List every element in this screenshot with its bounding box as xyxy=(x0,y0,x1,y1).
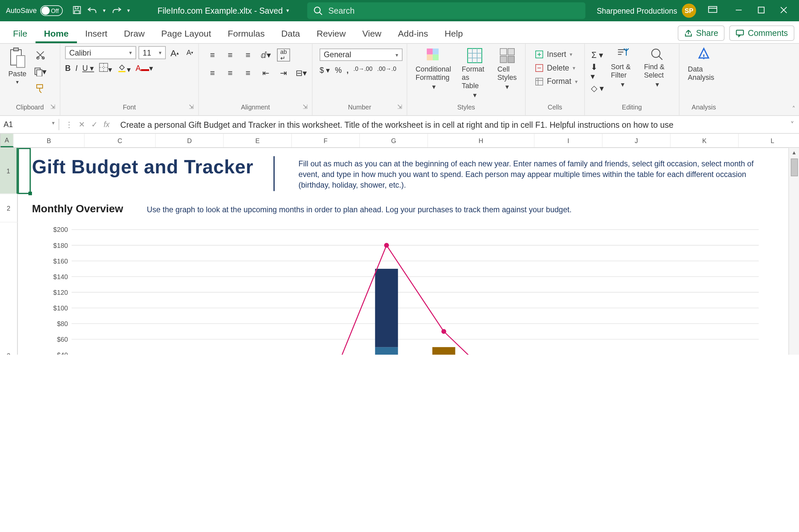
comma-icon[interactable]: , xyxy=(347,65,349,75)
font-color-icon[interactable]: A▾ xyxy=(135,64,153,73)
tab-addins[interactable]: Add-ins xyxy=(390,25,436,43)
align-center-icon[interactable]: ≡ xyxy=(224,66,237,79)
align-right-icon[interactable]: ≡ xyxy=(241,66,254,79)
column-header[interactable]: B xyxy=(14,134,85,147)
merge-icon[interactable]: ⊟▾ xyxy=(295,66,308,79)
format-painter-icon[interactable] xyxy=(34,81,47,94)
percent-icon[interactable]: % xyxy=(335,65,342,75)
comments-button[interactable]: Comments xyxy=(729,25,794,41)
align-bottom-icon[interactable]: ≡ xyxy=(241,49,254,61)
autosum-icon[interactable]: Σ ▾ xyxy=(591,49,603,61)
column-header[interactable]: A xyxy=(1,134,14,147)
shrink-font-icon[interactable]: A▾ xyxy=(183,46,197,59)
column-header[interactable]: E xyxy=(224,134,292,147)
monthly-chart[interactable]: $0$20$40$60$80$100$120$140$160$180$200Ja… xyxy=(18,217,788,355)
font-size-select[interactable]: 11 xyxy=(138,46,166,59)
search-input[interactable] xyxy=(328,6,579,15)
paste-button[interactable]: Paste▾ xyxy=(5,46,30,87)
currency-icon[interactable]: $ ▾ xyxy=(320,65,330,75)
indent-decrease-icon[interactable]: ⇤ xyxy=(259,66,272,79)
autosave-toggle[interactable]: AutoSave Off xyxy=(0,5,69,16)
fill-icon[interactable]: ⬇ ▾ xyxy=(591,65,603,78)
tab-help[interactable]: Help xyxy=(436,25,471,43)
delete-cells-button[interactable]: Delete xyxy=(533,62,578,74)
tab-formulas[interactable]: Formulas xyxy=(219,25,273,43)
column-header[interactable]: J xyxy=(602,134,670,147)
bold-icon[interactable]: B xyxy=(65,64,71,73)
expand-formula-bar-icon[interactable]: ˅ xyxy=(785,120,799,129)
increase-decimal-icon[interactable]: .0→.00 xyxy=(354,65,373,75)
indent-increase-icon[interactable]: ⇥ xyxy=(277,66,290,79)
row-header[interactable]: 1 xyxy=(0,148,18,194)
underline-icon[interactable]: U ▾ xyxy=(82,64,94,73)
svg-rect-17 xyxy=(427,49,433,55)
maximize-icon[interactable] xyxy=(758,6,765,15)
tab-review[interactable]: Review xyxy=(308,25,354,43)
row-header[interactable]: 3 xyxy=(0,223,18,355)
clear-icon[interactable]: ◇ ▾ xyxy=(591,81,603,94)
vertical-scrollbar[interactable]: ▲ ▼ xyxy=(788,148,799,355)
svg-rect-5 xyxy=(758,7,764,13)
document-name[interactable]: FileInfo.com Example.xltx - Saved ▾ xyxy=(157,6,289,15)
comment-icon xyxy=(736,29,744,37)
tab-data[interactable]: Data xyxy=(273,25,308,43)
column-header[interactable]: C xyxy=(85,134,155,147)
align-top-icon[interactable]: ≡ xyxy=(206,49,219,61)
title-bar: AutoSave Off ▾ ▾ FileInfo.com Example.xl… xyxy=(0,0,799,21)
font-name-select[interactable]: Calibri xyxy=(65,46,136,59)
number-format-select[interactable]: General xyxy=(320,49,403,61)
tab-file[interactable]: File xyxy=(5,25,36,43)
cancel-formula-icon[interactable]: ✕ xyxy=(78,120,85,129)
tab-home[interactable]: Home xyxy=(36,25,77,43)
format-as-table-button[interactable]: Format as Table▾ xyxy=(458,46,491,101)
align-left-icon[interactable]: ≡ xyxy=(206,66,219,79)
svg-rect-16 xyxy=(118,71,126,72)
row-header[interactable]: 2 xyxy=(0,194,18,222)
search-box[interactable] xyxy=(307,2,585,19)
orientation-icon[interactable]: ⅆ▾ xyxy=(259,49,272,61)
undo-icon[interactable] xyxy=(88,6,97,16)
save-icon[interactable] xyxy=(72,5,81,16)
redo-icon[interactable] xyxy=(112,6,121,16)
find-select-button[interactable]: Find & Select▾ xyxy=(640,46,674,90)
enter-formula-icon[interactable]: ✓ xyxy=(91,120,98,129)
name-box[interactable]: A1 xyxy=(0,119,59,130)
column-header[interactable]: K xyxy=(670,134,738,147)
collapse-ribbon-icon[interactable]: ˄ xyxy=(792,105,796,113)
border-icon[interactable]: ▾ xyxy=(99,62,113,74)
fill-color-icon[interactable]: ▾ xyxy=(117,62,131,74)
fx-icon[interactable]: fx xyxy=(104,120,110,129)
tab-page-layout[interactable]: Page Layout xyxy=(153,25,219,43)
tab-draw[interactable]: Draw xyxy=(115,25,153,43)
decrease-decimal-icon[interactable]: .00→.0 xyxy=(377,65,396,75)
cell-styles-button[interactable]: Cell Styles▾ xyxy=(494,46,520,93)
italic-icon[interactable]: I xyxy=(76,64,78,73)
tab-view[interactable]: View xyxy=(354,25,390,43)
format-cells-button[interactable]: Format xyxy=(533,76,580,87)
column-header[interactable]: I xyxy=(535,134,602,147)
cut-icon[interactable] xyxy=(34,49,47,61)
sort-filter-button[interactable]: Sort & Filter▾ xyxy=(607,46,638,90)
column-header[interactable]: G xyxy=(360,134,428,147)
close-icon[interactable] xyxy=(780,6,787,15)
align-middle-icon[interactable]: ≡ xyxy=(224,49,237,61)
conditional-formatting-button[interactable]: Conditional Formatting▾ xyxy=(412,46,456,93)
column-header[interactable]: H xyxy=(428,134,534,147)
table-icon xyxy=(466,47,483,64)
share-button[interactable]: Share xyxy=(678,25,725,41)
namebox-expand-icon[interactable]: ⋮ xyxy=(65,120,73,129)
grow-font-icon[interactable]: A▴ xyxy=(168,46,181,59)
copy-icon[interactable]: ▾ xyxy=(34,65,47,78)
minimize-icon[interactable] xyxy=(735,6,742,15)
column-header[interactable]: L xyxy=(739,134,799,147)
formula-bar[interactable]: Create a personal Gift Budget and Tracke… xyxy=(115,118,785,130)
analysis-icon xyxy=(695,47,712,64)
wrap-text-icon[interactable]: ab↵ xyxy=(277,49,290,61)
column-header[interactable]: D xyxy=(156,134,224,147)
insert-cells-button[interactable]: Insert xyxy=(533,49,575,60)
tab-insert[interactable]: Insert xyxy=(77,25,115,43)
column-header[interactable]: F xyxy=(292,134,360,147)
ribbon-display-icon[interactable] xyxy=(708,6,717,16)
data-analysis-button[interactable]: Data Analysis xyxy=(684,46,723,83)
account-button[interactable]: Sharpened Productions SP xyxy=(591,4,702,18)
